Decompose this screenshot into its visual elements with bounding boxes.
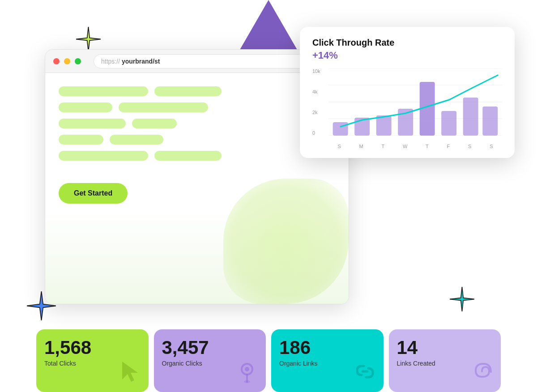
stat-text-links-created: 14 Links Created xyxy=(397,338,435,367)
svg-rect-10 xyxy=(441,111,456,136)
stat-cards-container: 1,568 Total Clicks 3,457 Organic Clicks xyxy=(34,329,503,392)
x-axis-labels: S M T W T F S S xyxy=(328,144,502,149)
chart-percent: +14% xyxy=(312,50,502,61)
spiral-icon xyxy=(470,359,494,386)
chart-svg xyxy=(328,68,502,136)
row-3 xyxy=(59,119,335,128)
placeholder-pill xyxy=(110,135,163,145)
get-started-button[interactable]: Get Started xyxy=(59,183,128,204)
placeholder-pill xyxy=(59,119,126,128)
stat-label-organic-links: Organic Links xyxy=(279,360,318,367)
stat-number-total-clicks: 1,568 xyxy=(44,338,91,357)
teal-sparkle-icon xyxy=(450,287,474,311)
row-2 xyxy=(59,102,335,112)
stat-card-organic-clicks: 3,457 Organic Clicks xyxy=(154,329,266,392)
row-1 xyxy=(59,86,335,96)
placeholder-pill xyxy=(59,86,148,96)
svg-rect-5 xyxy=(333,122,348,136)
stat-text-organic-links: 186 Organic Links xyxy=(279,338,318,367)
stat-card-total-clicks: 1,568 Total Clicks xyxy=(36,329,149,392)
green-sparkle-icon xyxy=(76,27,101,51)
placeholder-pill xyxy=(132,119,177,128)
chart-plot xyxy=(328,68,502,136)
chart-card: Click Through Rate +14% 10k 4k 2k 0 xyxy=(300,27,515,158)
stat-text-total-clicks: 1,568 Total Clicks xyxy=(44,338,91,367)
placeholder-pill xyxy=(59,102,112,112)
row-5 xyxy=(59,151,335,161)
stat-card-organic-links: 186 Organic Links xyxy=(271,329,384,392)
y-axis-labels: 10k 4k 2k 0 xyxy=(312,68,327,136)
stat-label-links-created: Links Created xyxy=(397,360,435,367)
link-icon xyxy=(353,359,377,386)
cursor-icon xyxy=(118,359,142,386)
placeholder-pill xyxy=(154,86,222,96)
stat-label-organic-clicks: Organic Clicks xyxy=(162,360,209,367)
browser-blob xyxy=(223,179,349,304)
url-text: https:// yourbrand/st xyxy=(101,58,160,65)
close-dot xyxy=(53,58,60,64)
stat-card-links-created: 14 Links Created xyxy=(389,329,501,392)
chart-title: Click Through Rate xyxy=(312,38,502,48)
stat-label-total-clicks: Total Clicks xyxy=(44,360,91,367)
svg-rect-11 xyxy=(463,98,478,136)
svg-point-16 xyxy=(244,380,250,383)
svg-marker-13 xyxy=(122,362,138,382)
content-placeholder-rows xyxy=(59,86,335,161)
placeholder-pill xyxy=(119,102,208,112)
svg-rect-12 xyxy=(482,107,498,136)
placeholder-pill xyxy=(59,135,103,145)
stat-number-organic-links: 186 xyxy=(279,338,318,357)
minimize-dot xyxy=(64,58,70,64)
placeholder-pill xyxy=(154,151,222,161)
main-scene: https:// yourbrand/st xyxy=(0,0,537,392)
stat-number-organic-clicks: 3,457 xyxy=(162,338,209,357)
stat-number-links-created: 14 xyxy=(397,338,435,357)
row-4 xyxy=(59,135,335,145)
maximize-dot xyxy=(75,58,81,64)
chart-area: 10k 4k 2k 0 xyxy=(312,68,502,149)
location-icon xyxy=(235,359,260,386)
placeholder-pill xyxy=(59,151,148,161)
stat-text-organic-clicks: 3,457 Organic Clicks xyxy=(162,338,209,367)
svg-point-15 xyxy=(245,367,249,371)
svg-rect-7 xyxy=(376,115,392,136)
